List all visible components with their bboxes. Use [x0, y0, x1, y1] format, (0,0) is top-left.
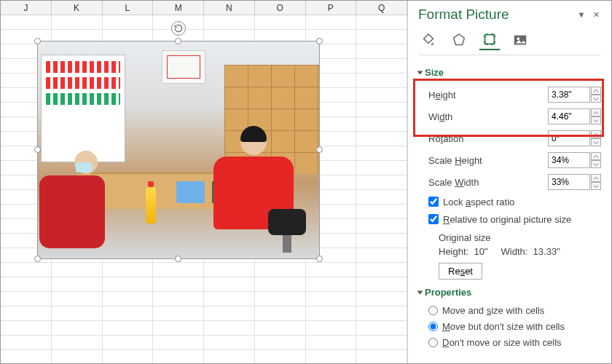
width-input[interactable] — [548, 108, 590, 124]
spin-up-icon[interactable] — [591, 108, 601, 116]
size-title: Size — [425, 67, 444, 78]
scale-height-label: Scale Height — [428, 155, 482, 166]
col-header[interactable]: L — [103, 1, 154, 15]
column-headers: J K L M N O P Q — [1, 1, 407, 15]
resize-handle-b[interactable] — [175, 256, 181, 262]
properties-section: Properties Move and size with cells Move… — [418, 287, 601, 350]
width-spinner[interactable] — [548, 108, 601, 124]
lock-aspect-label: Lock aspect ratio — [443, 197, 514, 207]
format-picture-panel: Format Picture ▼ ✕ Size Height — [407, 1, 611, 363]
spreadsheet-area: J K L M N O P Q — [1, 1, 407, 363]
resize-handle-br[interactable] — [316, 256, 323, 262]
collapse-icon — [417, 71, 423, 74]
col-header[interactable]: N — [204, 1, 255, 15]
spin-down-icon[interactable] — [591, 116, 601, 124]
tab-effects-icon[interactable] — [449, 30, 469, 50]
properties-title: Properties — [425, 287, 471, 298]
resize-handle-r[interactable] — [316, 146, 323, 153]
resize-handle-l[interactable] — [34, 146, 41, 153]
spin-down-icon[interactable] — [591, 160, 601, 168]
selected-picture[interactable] — [37, 41, 320, 259]
rotation-label: Rotation — [428, 133, 463, 144]
properties-section-header[interactable]: Properties — [418, 287, 601, 298]
resize-handle-t[interactable] — [175, 38, 181, 44]
dont-move-label: Don't move or size with cells — [442, 337, 562, 348]
spin-down-icon[interactable] — [591, 182, 601, 190]
width-label: Width — [428, 111, 452, 122]
original-size-values: Height: 10" Width: 13.33" — [439, 246, 601, 257]
spin-down-icon[interactable] — [591, 95, 601, 103]
scale-width-spinner[interactable] — [548, 174, 601, 190]
resize-handle-bl[interactable] — [34, 256, 41, 262]
col-header[interactable]: M — [153, 1, 204, 15]
picture-content — [38, 41, 319, 258]
spin-up-icon[interactable] — [591, 152, 601, 160]
svg-marker-0 — [454, 34, 465, 45]
col-header[interactable]: J — [1, 1, 52, 15]
spin-up-icon[interactable] — [591, 87, 601, 95]
panel-title: Format Picture — [418, 7, 509, 23]
size-section-header[interactable]: Size — [418, 67, 601, 78]
original-size-label: Original size — [439, 232, 601, 243]
svg-rect-1 — [485, 35, 495, 44]
rotation-spinner[interactable] — [548, 130, 601, 146]
scale-height-spinner[interactable] — [548, 152, 601, 168]
move-size-label: Move and size with cells — [442, 305, 544, 316]
height-label: Height — [428, 90, 456, 100]
lock-aspect-checkbox[interactable] — [428, 197, 439, 207]
relative-size-label: Relative to original picture size — [443, 214, 571, 225]
panel-tabs — [418, 30, 601, 55]
resize-handle-tl[interactable] — [34, 38, 41, 44]
col-header[interactable]: Q — [356, 1, 407, 15]
move-only-radio[interactable] — [428, 322, 438, 331]
dont-move-radio[interactable] — [428, 338, 438, 347]
panel-dropdown-icon[interactable]: ▼ — [576, 9, 586, 20]
panel-close-icon[interactable]: ✕ — [591, 9, 601, 20]
resize-handle-tr[interactable] — [316, 38, 323, 44]
col-header[interactable]: O — [255, 1, 306, 15]
scale-height-input[interactable] — [548, 152, 590, 168]
col-header[interactable]: P — [306, 1, 357, 15]
collapse-icon — [417, 290, 423, 294]
scale-width-label: Scale Width — [428, 177, 479, 188]
spin-up-icon[interactable] — [591, 174, 601, 182]
svg-point-3 — [517, 37, 519, 40]
move-size-radio[interactable] — [428, 306, 438, 315]
size-section: Size Height Width Rotation — [418, 67, 601, 280]
tab-size-icon[interactable] — [479, 30, 500, 50]
height-spinner[interactable] — [548, 87, 601, 103]
height-input[interactable] — [548, 87, 590, 103]
tab-picture-icon[interactable] — [510, 30, 530, 50]
spin-up-icon[interactable] — [591, 130, 601, 138]
spin-down-icon[interactable] — [591, 138, 601, 146]
scale-width-input[interactable] — [548, 174, 590, 190]
tab-fill-icon[interactable] — [418, 30, 439, 50]
rotate-handle[interactable] — [171, 21, 186, 36]
reset-button[interactable]: Reset — [439, 263, 482, 280]
rotation-input[interactable] — [548, 130, 590, 146]
col-header[interactable]: K — [52, 1, 103, 15]
relative-size-checkbox[interactable] — [428, 214, 439, 224]
move-only-label: Move but don't size with cells — [442, 321, 565, 332]
